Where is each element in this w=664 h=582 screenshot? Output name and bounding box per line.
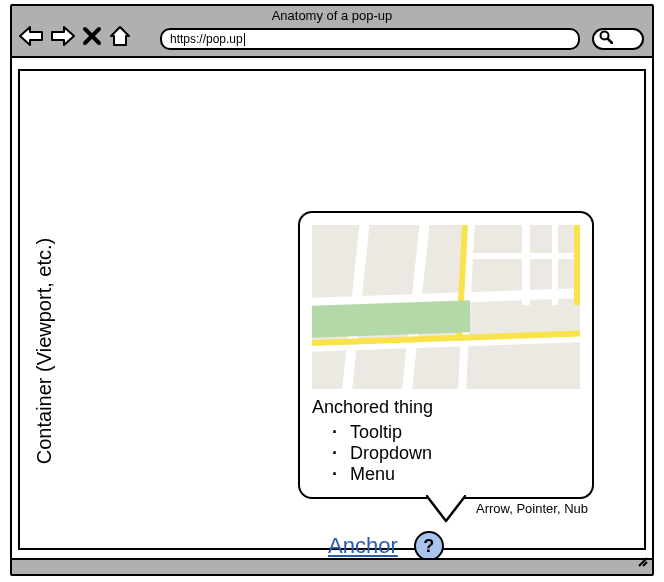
titlebar: Anatomy of a pop-up https://pop.up xyxy=(12,6,652,58)
viewport: Container (Viewport, etc.) Anchored thin… xyxy=(18,69,646,550)
resize-grip-icon[interactable] xyxy=(637,554,649,572)
back-icon[interactable] xyxy=(18,24,44,48)
container-label: Container (Viewport, etc.) xyxy=(33,238,56,464)
map-illustration xyxy=(312,225,580,389)
pointer-label: Arrow, Pointer, Nub xyxy=(476,501,588,516)
close-icon[interactable] xyxy=(82,26,102,46)
home-icon[interactable] xyxy=(108,24,132,48)
browser-window: Anatomy of a pop-up https://pop.up xyxy=(10,4,654,576)
svg-line-1 xyxy=(608,39,612,43)
window-title: Anatomy of a pop-up xyxy=(12,6,652,23)
svg-marker-2 xyxy=(426,495,466,521)
search-icon xyxy=(599,30,613,48)
text-cursor xyxy=(244,33,246,46)
popup-pointer xyxy=(426,495,466,525)
anchor-row: Anchor ? xyxy=(328,531,444,561)
list-item: Menu xyxy=(332,464,580,485)
popup-heading: Anchored thing xyxy=(312,397,580,418)
forward-icon[interactable] xyxy=(50,24,76,48)
popup-list: Tooltip Dropdown Menu xyxy=(332,422,580,485)
list-item: Dropdown xyxy=(332,443,580,464)
url-input[interactable]: https://pop.up xyxy=(160,28,580,50)
nav-controls xyxy=(18,24,132,48)
url-text: https://pop.up xyxy=(170,30,243,48)
search-pill[interactable] xyxy=(592,28,644,50)
anchor-link[interactable]: Anchor xyxy=(328,533,398,559)
status-bar xyxy=(12,558,652,574)
popup: Anchored thing Tooltip Dropdown Menu xyxy=(298,211,594,499)
list-item: Tooltip xyxy=(332,422,580,443)
help-icon[interactable]: ? xyxy=(414,531,444,561)
